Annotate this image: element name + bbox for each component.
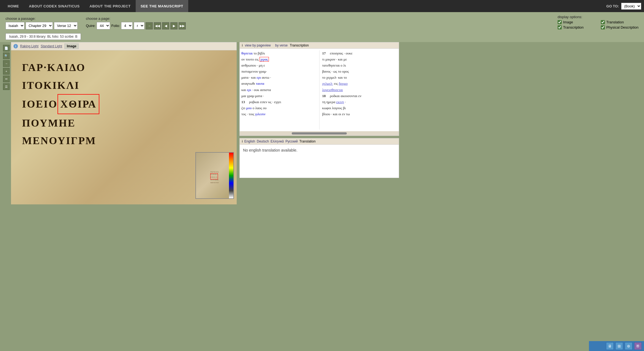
book-select[interactable]: Isaiah xyxy=(6,22,24,29)
verse-num-17: 17 xyxy=(322,50,330,56)
ms-line-3: ΙΟΕΙΟ xyxy=(22,95,58,113)
raking-light-button[interactable]: Raking Light xyxy=(20,44,39,48)
side-select[interactable]: r xyxy=(134,22,144,29)
translation-content: No english translation available. xyxy=(240,145,399,178)
trans-row-r: λογεισθησεται xyxy=(322,87,397,93)
folio-controls: Quire: 44 Folio: 4 r → ◀◀ ◀ ▶ ▶▶ xyxy=(86,22,186,29)
main-content: 📄 🔍 → + ✏ ☰ i Raking Light Standard Ligh… xyxy=(0,42,644,207)
page-chooser: choose a page: Quire: 44 Folio: 4 r → ◀◀… xyxy=(86,17,186,29)
nav-home[interactable]: HOME xyxy=(3,0,24,12)
trans-row-r: κωφοι λογους βι xyxy=(322,105,397,111)
transcription-content[interactable]: θησεται το βιβλι ον τουτο εις χιρας ανθρ… xyxy=(240,49,399,131)
trans-row-r: βλιου · και οι εν τω xyxy=(322,111,397,117)
translation-info-icon[interactable]: i xyxy=(242,139,243,143)
tool-layers-icon[interactable]: ☰ xyxy=(3,83,10,90)
trans-row: αναγνωθι ταυτα xyxy=(241,81,316,87)
tool-zoom-icon[interactable]: 🔍 xyxy=(3,53,10,59)
trans-row: ζει μου ο λαος ου xyxy=(241,105,316,111)
quire-select[interactable]: 44 xyxy=(97,22,110,29)
transcription-info-icon[interactable]: i xyxy=(242,43,243,47)
info-badge: Isaiah, 29:9 - 30:8 library: BL folio: 5… xyxy=(6,33,81,40)
transcription-panel: i view by pageview by verse Transcriptio… xyxy=(239,42,399,136)
translation-panel: i English Deutsch Ελληνικά Русский Trans… xyxy=(239,138,399,178)
trans-divider xyxy=(319,50,320,130)
prev-button[interactable]: ◀ xyxy=(162,22,169,29)
ms-line-3b: ΧΘΙΡΑ xyxy=(58,94,99,114)
go-button[interactable]: → xyxy=(146,22,153,29)
image-panel: i Raking Light Standard Light Image ΓΑΡ·… xyxy=(11,42,237,204)
small-preview-thumbnail[interactable]: ▼ ΓΑΡ ΚΑΙΔΙΤΟΚΙΚΛΙΟΕΙΟ ΧΠΟΥΜΗΕΜΕΝΟΥΙΓ xyxy=(195,152,234,199)
transcription-header: i view by pageview by verse Transcriptio… xyxy=(240,42,399,49)
image-checkbox[interactable] xyxy=(558,20,562,24)
next-next-button[interactable]: ▶▶ xyxy=(179,22,186,29)
trans-link-gilesin[interactable]: γιλεσιν xyxy=(255,112,265,116)
nav-about-codex[interactable]: ABOUT CODEX SINAITICUS xyxy=(24,0,84,12)
passage-chooser: choose a passage: Isaiah Chapter 29 Vers… xyxy=(6,17,78,29)
trans-row: ματα · και ερι αυτω · xyxy=(241,75,316,81)
trans-link-mou[interactable]: μου xyxy=(246,106,252,110)
translation-option: Translation xyxy=(601,20,638,24)
goto-book-select[interactable]: (Book) xyxy=(621,3,641,10)
transcription-option: Transcription xyxy=(558,25,595,29)
options-grid: Image Translation Transcription Physical… xyxy=(558,20,638,29)
view-by-pageview-btn[interactable]: view by pageview xyxy=(245,43,271,47)
tool-arrow-right-icon[interactable]: → xyxy=(3,60,10,67)
lang-english-button[interactable]: English xyxy=(244,139,255,143)
trans-link-logeis[interactable]: λογεισθησεται xyxy=(322,88,343,92)
trans-row-r: το χερμελ· και το xyxy=(322,75,397,81)
quire-label: Quire: xyxy=(86,24,95,28)
trans-row-r: τατεθησεται ο λι xyxy=(322,62,397,68)
lang-greek-button[interactable]: Ελληνικά xyxy=(271,139,284,143)
trans-link-tauta[interactable]: ταυτα xyxy=(256,81,264,86)
image-container[interactable]: ΓΑΡ·ΚΑΙΔΟ ΙΤΟΚΙΚΛΙ ΙΟΕΙΟ ΧΘΙΡΑ ΠΟΥΜΗΕ ΜΕ… xyxy=(11,50,237,204)
lang-deutsch-button[interactable]: Deutsch xyxy=(257,139,269,143)
tool-pencil-icon[interactable]: ✏ xyxy=(3,76,10,82)
trans-link-ekini[interactable]: εκινη xyxy=(336,100,344,104)
trans-link-xiras[interactable]: χιρας xyxy=(260,57,269,62)
image-panel-header: i Raking Light Standard Light Image xyxy=(11,42,237,50)
transcription-option-label: Transcription xyxy=(563,25,584,29)
tool-plus-icon[interactable]: + xyxy=(3,68,10,75)
prev-prev-button[interactable]: ◀◀ xyxy=(154,22,161,29)
display-options-label: display options: xyxy=(558,15,638,19)
translation-checkbox[interactable] xyxy=(601,20,605,24)
next-button[interactable]: ▶ xyxy=(170,22,178,29)
transcription-right-column: 17εποιησας · ουκε τι μικρον · και με τατ… xyxy=(322,50,397,130)
goto-section: GO TO: (Book) xyxy=(606,3,641,10)
trans-link-drymo[interactable]: δρυμο xyxy=(339,81,348,86)
trans-link-thisetal[interactable]: θησεται xyxy=(241,51,253,55)
trans-row: ανθρωπου · μη ε xyxy=(241,62,316,68)
physical-description-checkbox[interactable] xyxy=(601,25,605,29)
passage-selects: Isaiah Chapter 29 Verse 12 xyxy=(6,22,78,29)
translation-tab: Translation xyxy=(299,139,316,143)
verse-num-13: 13 xyxy=(241,99,249,105)
page-label: choose a page: xyxy=(86,17,186,21)
trans-row-r: 17εποιησας · ουκε xyxy=(322,50,397,56)
goto-label: GO TO: xyxy=(606,4,619,8)
controls-bar: choose a passage: Isaiah Chapter 29 Vers… xyxy=(0,12,644,32)
folio-select[interactable]: 4 xyxy=(121,22,133,29)
chapter-select[interactable]: Chapter 29 xyxy=(26,22,53,29)
nav-about-project[interactable]: ABOUT THE PROJECT xyxy=(84,0,135,12)
ms-line-5: ΜΕΝΟΥΙΓΡΜ xyxy=(22,132,99,150)
trans-link-eri2[interactable]: ερι xyxy=(247,88,251,92)
tool-page-icon[interactable]: 📄 xyxy=(3,45,10,51)
standard-light-button[interactable]: Standard Light xyxy=(41,44,62,48)
nav-see-manuscript[interactable]: SEE THE MANUSCRIPT xyxy=(136,0,188,12)
verse-select[interactable]: Verse 12 xyxy=(54,22,78,29)
trans-row: ον τουτο εις χιρας xyxy=(241,56,316,62)
preview-red-box xyxy=(210,173,218,179)
transcription-checkbox[interactable] xyxy=(558,25,562,29)
ms-line-2: ΙΤΟΚΙΚΛΙ xyxy=(22,76,99,94)
by-verse-btn[interactable]: by verse xyxy=(275,43,288,47)
image-tab: Image xyxy=(64,43,79,49)
trans-link-chelmel[interactable]: χελμελ· xyxy=(322,81,333,86)
trans-link-eri1[interactable]: ερι xyxy=(257,75,261,79)
transcription-scrollbar[interactable] xyxy=(240,131,399,136)
image-info-icon[interactable]: i xyxy=(13,44,18,48)
passage-label: choose a passage: xyxy=(6,17,78,21)
lang-russian-button[interactable]: Русский xyxy=(285,139,298,143)
right-panels: i view by pageview by verse Transcriptio… xyxy=(239,42,399,204)
trans-row-r: τι μικρον · και με xyxy=(322,56,397,62)
top-navigation: HOME ABOUT CODEX SINAITICUS ABOUT THE PR… xyxy=(0,0,644,12)
